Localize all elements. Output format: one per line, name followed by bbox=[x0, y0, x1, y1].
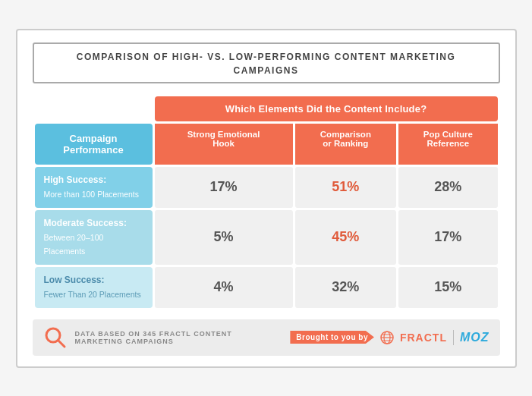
table-row-low: Low Success: Fewer Than 20 Placements 4%… bbox=[35, 267, 498, 308]
corner-empty bbox=[35, 96, 153, 121]
row-bold-low: Low Success: bbox=[44, 275, 143, 285]
row-light-low: Fewer Than 20 Placements bbox=[44, 290, 141, 299]
row-label-high: High Success: More than 100 Placements bbox=[35, 167, 153, 208]
question-header: Which Elements Did the Content Include? bbox=[155, 96, 498, 121]
row-bold-moderate: Moderate Success: bbox=[44, 218, 143, 228]
brought-by-badge: Brought to you by bbox=[290, 331, 374, 344]
search-icon bbox=[43, 325, 68, 350]
row-light-moderate: Between 20–100 Placements bbox=[44, 233, 104, 256]
data-mod-1: 45% bbox=[295, 210, 397, 265]
main-title: Comparison of High- vs. Low-Performing C… bbox=[77, 52, 456, 76]
logo-divider bbox=[453, 330, 454, 345]
fractl-globe-icon bbox=[380, 331, 394, 344]
col-header-1: Comparisonor Ranking bbox=[295, 124, 397, 165]
question-header-row: Which Elements Did the Content Include? bbox=[35, 96, 498, 121]
svg-line-1 bbox=[58, 341, 65, 347]
row-label-moderate: Moderate Success: Between 20–100 Placeme… bbox=[35, 210, 153, 265]
data-mod-0: 5% bbox=[155, 210, 293, 265]
moz-logo: MOZ bbox=[460, 331, 490, 344]
data-low-1: 32% bbox=[295, 267, 397, 308]
campaign-performance-label: Campaign Performance bbox=[35, 124, 153, 165]
data-mod-2: 17% bbox=[398, 210, 497, 265]
table-row-moderate: Moderate Success: Between 20–100 Placeme… bbox=[35, 210, 498, 265]
row-label-low: Low Success: Fewer Than 20 Placements bbox=[35, 267, 153, 308]
row-bold-high: High Success: bbox=[44, 174, 143, 185]
fractl-logo: FRACTL bbox=[400, 332, 447, 344]
data-low-2: 15% bbox=[398, 267, 497, 308]
col-header-2: Pop CultureReference bbox=[398, 124, 497, 165]
infographic-card: Comparison of High- vs. Low-Performing C… bbox=[16, 29, 517, 368]
data-high-0: 17% bbox=[155, 167, 293, 208]
footer-text: Data based on 345 Fractl content marketi… bbox=[75, 330, 283, 345]
footer: Data based on 345 Fractl content marketi… bbox=[33, 319, 500, 356]
comparison-table: Which Elements Did the Content Include? … bbox=[33, 94, 500, 310]
title-bar: Comparison of High- vs. Low-Performing C… bbox=[33, 42, 500, 83]
col-header-0: Strong EmotionalHook bbox=[155, 124, 293, 165]
data-low-0: 4% bbox=[155, 267, 293, 308]
column-labels-row: Campaign Performance Strong EmotionalHoo… bbox=[35, 124, 498, 165]
footer-logos: Brought to you by FRACTL MOZ bbox=[290, 330, 489, 345]
row-light-high: More than 100 Placements bbox=[44, 190, 140, 199]
data-high-1: 51% bbox=[295, 167, 397, 208]
data-high-2: 28% bbox=[398, 167, 497, 208]
table-row-high: High Success: More than 100 Placements 1… bbox=[35, 167, 498, 208]
